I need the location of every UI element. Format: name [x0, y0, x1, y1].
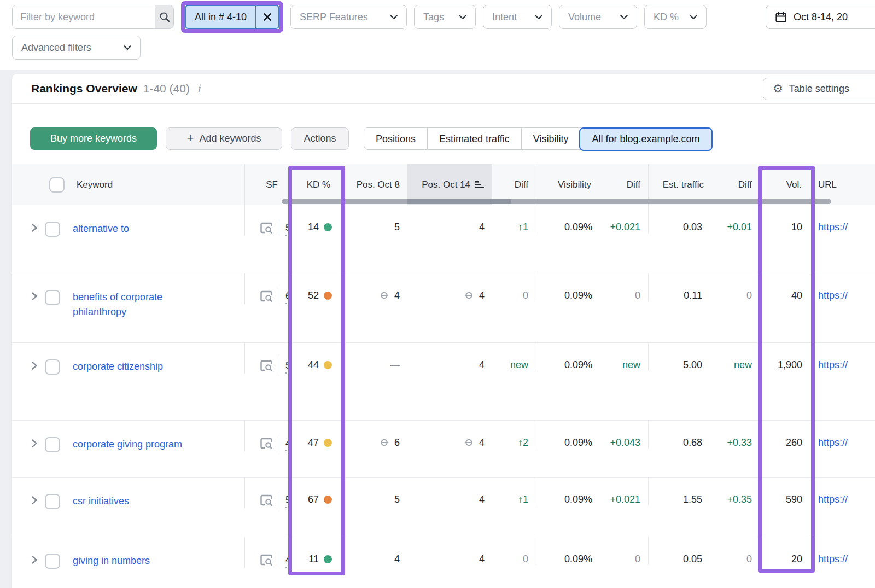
row-checkbox[interactable]	[45, 494, 60, 509]
visibility-diff-value: +0.021	[610, 494, 640, 505]
url-cell: https://	[815, 343, 875, 371]
sf-count[interactable]: 5	[285, 360, 291, 374]
table-body: alternative to 5 14 5	[12, 205, 875, 588]
row-checkbox[interactable]	[45, 359, 60, 375]
traffic-value: 0.05	[683, 554, 702, 565]
keyword-link[interactable]: benefits of corporate philanthropy	[73, 290, 209, 319]
kd-cell: 14	[292, 205, 345, 233]
search-button[interactable]	[155, 5, 173, 28]
row-checkbox[interactable]	[45, 222, 60, 237]
traffic-cell: 0.03	[648, 205, 711, 233]
intent-dropdown[interactable]: Intent	[483, 5, 552, 29]
pos-curr-value: 4	[479, 437, 485, 449]
chevron-right-icon[interactable]	[31, 223, 38, 232]
header-keyword-cell: Keyword	[12, 164, 244, 205]
chip-close-button[interactable]	[255, 6, 278, 28]
column-keyword[interactable]: Keyword	[77, 179, 113, 190]
add-keywords-button[interactable]: + Add keywords	[166, 127, 282, 150]
tab-all-for-blog-example-com[interactable]: All for blog.example.com	[579, 127, 712, 151]
url-link[interactable]: https://	[818, 290, 848, 301]
sf-count[interactable]: 5	[285, 494, 291, 508]
volume-dropdown[interactable]: Volume	[559, 5, 637, 29]
table-row: corporate citizenship 5 44 —	[12, 343, 875, 421]
position-filter-chip: All in # 4-10	[185, 5, 279, 29]
traffic-cell: 1.55	[648, 478, 711, 505]
divider	[279, 435, 279, 451]
pos-prev-value: 6	[394, 437, 400, 449]
sf-count[interactable]: 4	[285, 438, 291, 451]
traffic-value: 1.55	[683, 494, 702, 505]
visibility-diff-value: +0.043	[610, 437, 640, 449]
chevron-right-icon[interactable]	[31, 361, 38, 370]
keyword-link[interactable]: giving in numbers	[73, 554, 150, 568]
volume-cell: 1,900	[759, 343, 815, 371]
keyword-link[interactable]: corporate giving program	[73, 437, 182, 452]
sf-count[interactable]: 4	[285, 554, 291, 568]
chevron-right-icon[interactable]	[31, 555, 38, 564]
date-range-picker[interactable]: Oct 8-14, 20	[766, 5, 875, 29]
sf-count[interactable]: 5	[285, 222, 291, 236]
serp-preview-icon[interactable]	[260, 494, 273, 507]
serp-features-dropdown[interactable]: SERP Features	[290, 5, 407, 29]
visibility-diff-cell: +0.021	[604, 205, 648, 233]
divider	[279, 219, 279, 236]
buy-more-keywords-button[interactable]: Buy more keywords	[30, 127, 157, 150]
tags-dropdown[interactable]: Tags	[414, 5, 476, 29]
kd-difficulty-dot	[324, 292, 332, 300]
serp-preview-icon[interactable]	[260, 438, 273, 450]
url-link[interactable]: https://	[818, 359, 848, 371]
traffic-diff-cell: 0	[711, 537, 759, 565]
kd-difficulty-dot	[324, 223, 332, 231]
pos-curr-cell: 4	[407, 537, 492, 565]
chevron-right-icon[interactable]	[31, 292, 38, 301]
chevron-right-icon[interactable]	[31, 496, 38, 505]
traffic-diff-value: new	[734, 359, 752, 371]
serp-preview-icon[interactable]	[260, 222, 273, 234]
kd-dropdown[interactable]: KD %	[644, 5, 707, 29]
pos-curr-value: 4	[479, 359, 485, 371]
keyword-filter-input[interactable]	[13, 5, 155, 28]
url-link[interactable]: https://	[818, 554, 848, 565]
table-row: giving in numbers 4 11 4	[12, 537, 875, 588]
filter-bar: All in # 4-10 SERP Features Tags Intent …	[0, 0, 875, 70]
url-link[interactable]: https://	[818, 222, 848, 233]
row-checkbox[interactable]	[45, 437, 60, 452]
tab-visibility[interactable]: Visibility	[521, 128, 580, 150]
info-icon[interactable]: i	[197, 82, 200, 95]
pos-diff-cell: ↑1	[492, 205, 536, 233]
serp-preview-icon[interactable]	[260, 360, 273, 372]
advanced-filters-dropdown[interactable]: Advanced filters	[12, 36, 141, 60]
kd-difficulty-dot	[324, 439, 332, 447]
actions-button[interactable]: Actions	[291, 127, 349, 150]
kd-cell: 52	[292, 273, 345, 301]
table-settings-button[interactable]: ⚙ Table settings	[763, 78, 875, 100]
keyword-link[interactable]: alternative to	[73, 222, 129, 236]
kd-cell: 11	[292, 537, 345, 565]
keyword-cell: csr initiatives	[12, 478, 244, 509]
keyword-link[interactable]: csr initiatives	[73, 494, 129, 509]
url-changed-icon	[463, 292, 475, 299]
visibility-value: 0.09%	[564, 359, 592, 371]
tab-estimated-traffic[interactable]: Estimated traffic	[427, 128, 521, 150]
traffic-diff-cell: +0.33	[711, 421, 759, 449]
serp-preview-icon[interactable]	[260, 554, 273, 566]
sf-count[interactable]: 6	[285, 290, 291, 304]
visibility-diff-value: +0.021	[610, 222, 640, 233]
visibility-diff-cell: +0.021	[604, 478, 648, 505]
kd-value: 52	[308, 290, 319, 301]
url-link[interactable]: https://	[818, 437, 848, 449]
visibility-value: 0.09%	[564, 554, 592, 565]
chevron-right-icon[interactable]	[31, 439, 38, 448]
url-link[interactable]: https://	[818, 494, 848, 505]
tab-positions[interactable]: Positions	[364, 128, 427, 150]
horizontal-scrollbar[interactable]	[282, 199, 831, 204]
sf-cell: 6	[244, 273, 292, 304]
keyword-link[interactable]: corporate citizenship	[73, 359, 163, 374]
pos-diff-value: 0	[523, 554, 528, 565]
select-all-checkbox[interactable]	[49, 177, 65, 193]
row-checkbox[interactable]	[45, 290, 60, 305]
pos-curr-cell: 4	[407, 205, 492, 233]
traffic-diff-value: 0	[746, 290, 752, 301]
serp-preview-icon[interactable]	[260, 290, 273, 302]
row-checkbox[interactable]	[45, 554, 60, 569]
